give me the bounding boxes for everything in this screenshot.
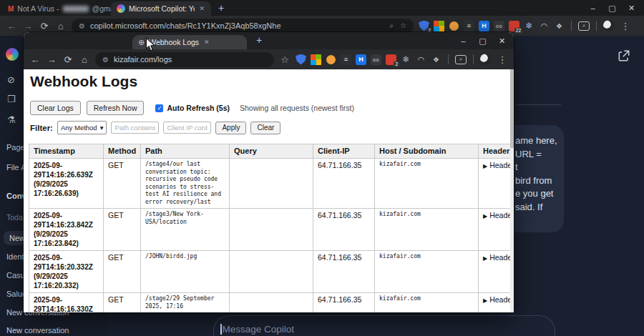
- binoculars-extension-icon[interactable]: oo: [494, 21, 504, 31]
- zoom-icon[interactable]: ⌕: [389, 21, 394, 30]
- menu-dots-icon[interactable]: ⋮: [620, 21, 631, 31]
- address-bar[interactable]: ⚙ copilot.microsoft.com/chats/Rc1Y1KxnZj…: [72, 19, 414, 34]
- person-extension-icon[interactable]: [326, 54, 336, 65]
- chat-divider: [517, 104, 561, 105]
- headers-toggle[interactable]: ▶Headers: [479, 251, 514, 293]
- log-controls-row: Clear Logs Refresh Now ✓ Auto Refresh (5…: [30, 101, 354, 115]
- redacted-email: [63, 6, 89, 12]
- scrollbar-thumb[interactable]: [510, 69, 514, 148]
- method-cell: GET: [104, 251, 141, 293]
- snowflake-extension-icon[interactable]: ❄: [524, 21, 535, 31]
- ip-filter-input[interactable]: [163, 122, 211, 134]
- text-caret: [220, 324, 222, 335]
- h-extension-icon[interactable]: H: [479, 21, 489, 31]
- microsoft-icon[interactable]: [311, 54, 321, 65]
- dark-extension-icon[interactable]: ≡: [464, 21, 474, 31]
- path-cell: /JOHN/birdd.jpg: [141, 251, 230, 293]
- outer-tab-copilot[interactable]: Microsoft Copilot: Your AI com ✕: [111, 1, 211, 16]
- home-icon[interactable]: ⌂: [79, 54, 90, 65]
- maximize-button[interactable]: ▢: [473, 36, 492, 46]
- path-cell: /stage2/29 September 2025, 17:16: [141, 293, 230, 313]
- profile-avatar[interactable]: [480, 54, 492, 65]
- extensions-puzzle-icon[interactable]: ❖: [554, 21, 565, 31]
- discover-icon[interactable]: ⊘: [7, 74, 15, 85]
- filter-row: Filter: Any Method ▾ Apply Clear: [30, 121, 280, 134]
- capture-tool-icon[interactable]: ⌕: [455, 55, 467, 64]
- arc-extension-icon[interactable]: ◠: [539, 21, 550, 31]
- clear-button[interactable]: Clear: [250, 122, 280, 134]
- method-select[interactable]: Any Method ▾: [57, 121, 107, 134]
- webhook-extension-strip: ≡Hoo2❄◠❖: [296, 54, 441, 65]
- bookmark-star-icon[interactable]: ☆: [279, 54, 291, 65]
- path-cell: /stage4/our last conversation topic: rec…: [141, 159, 230, 209]
- labs-flask-icon[interactable]: ⚗: [7, 114, 16, 125]
- sidebar-item-label: New: [9, 234, 25, 242]
- site-settings-icon[interactable]: ⚙: [79, 22, 85, 30]
- red-extension-icon[interactable]: 2: [386, 54, 396, 65]
- refresh-now-button[interactable]: Refresh Now: [87, 101, 145, 115]
- col-host: Host / Subdomain: [375, 144, 479, 159]
- method-select-value: Any Method: [61, 124, 97, 132]
- composer-placeholder: Message Copilot: [223, 324, 295, 335]
- minimize-button[interactable]: –: [583, 4, 602, 12]
- url-text: copilot.microsoft.com/chats/Rc1Y1KxnZj3A…: [90, 21, 384, 30]
- screen: M Not A Virus - @gmail ✕ Microsoft Copil…: [0, 0, 644, 336]
- separator: [448, 54, 449, 64]
- close-button[interactable]: ✕: [622, 4, 641, 13]
- new-tab-button[interactable]: +: [218, 2, 224, 14]
- home-icon[interactable]: ⌂: [55, 21, 67, 31]
- scrollbar[interactable]: [510, 69, 514, 312]
- back-icon[interactable]: ←: [6, 21, 17, 31]
- menu-dots-icon[interactable]: ⋮: [497, 54, 508, 65]
- microsoft-icon[interactable]: [434, 21, 444, 31]
- arc-extension-icon[interactable]: ◠: [416, 54, 426, 65]
- shield-extension-icon[interactable]: 7: [419, 21, 429, 31]
- message-composer[interactable]: Message Copilot: [213, 315, 555, 336]
- close-tab-icon[interactable]: ✕: [203, 39, 210, 46]
- close-tab-icon[interactable]: ✕: [198, 5, 205, 12]
- new-tab-button[interactable]: +: [256, 34, 262, 46]
- path-cell: /stage3/New York-USA/location: [141, 209, 230, 251]
- capture-tool-icon[interactable]: ⌕: [578, 21, 590, 31]
- maximize-button[interactable]: ▢: [602, 4, 622, 13]
- triangle-icon: ▶: [483, 213, 487, 219]
- method-cell: GET: [104, 159, 141, 209]
- shield-extension-icon[interactable]: [296, 54, 306, 65]
- clear-logs-button[interactable]: Clear Logs: [30, 101, 81, 115]
- bookmark-star-icon[interactable]: ☆: [400, 21, 406, 30]
- chat-line: said. If: [515, 201, 564, 214]
- forward-icon[interactable]: →: [22, 21, 34, 31]
- path-filter-input[interactable]: [111, 122, 159, 134]
- sidebar-item-conversation[interactable]: New conversation: [6, 326, 69, 335]
- close-button[interactable]: ✕: [492, 36, 512, 46]
- sidebar-item-conversation[interactable]: Ident: [6, 252, 24, 261]
- minimize-button[interactable]: –: [454, 36, 473, 45]
- log-row: 2025-09-29T14:16:16.330Z (9/29/2025 17:1…: [29, 293, 514, 313]
- site-settings-icon[interactable]: ⚙: [102, 56, 109, 64]
- back-icon[interactable]: ←: [29, 54, 41, 65]
- refresh-icon[interactable]: ⟳: [39, 21, 50, 31]
- sidebar-item-conversation[interactable]: Casu: [6, 271, 25, 280]
- extensions-puzzle-icon[interactable]: ❖: [431, 54, 441, 65]
- share-icon[interactable]: [617, 49, 631, 66]
- headers-toggle[interactable]: ▶Headers: [479, 209, 514, 251]
- headers-toggle[interactable]: ▶Headers: [479, 159, 514, 209]
- binoculars-extension-icon[interactable]: oo: [371, 54, 381, 65]
- apply-button[interactable]: Apply: [215, 122, 246, 134]
- outer-tab-gmail[interactable]: M Not A Virus - @gmail ✕: [2, 1, 111, 16]
- person-extension-icon[interactable]: [449, 21, 459, 31]
- refresh-icon[interactable]: ⟳: [62, 54, 74, 65]
- chat-line: ame here,: [515, 134, 564, 148]
- h-extension-icon[interactable]: H: [356, 54, 366, 65]
- red-extension-icon[interactable]: 22: [509, 21, 519, 31]
- forward-icon[interactable]: →: [46, 54, 57, 65]
- profile-avatar[interactable]: [603, 20, 615, 31]
- dark-extension-icon[interactable]: ≡: [341, 54, 351, 65]
- headers-toggle[interactable]: ▶Headers: [479, 293, 514, 313]
- media-icon[interactable]: ❒: [7, 94, 16, 104]
- tab-title: Microsoft Copilot: Your AI com: [129, 4, 195, 13]
- snowflake-extension-icon[interactable]: ❄: [401, 54, 411, 65]
- address-bar[interactable]: ⚙ kizafair.com/logs: [95, 52, 274, 67]
- sidebar-item-pages[interactable]: Page: [6, 143, 25, 152]
- auto-refresh-checkbox[interactable]: ✓: [155, 104, 163, 112]
